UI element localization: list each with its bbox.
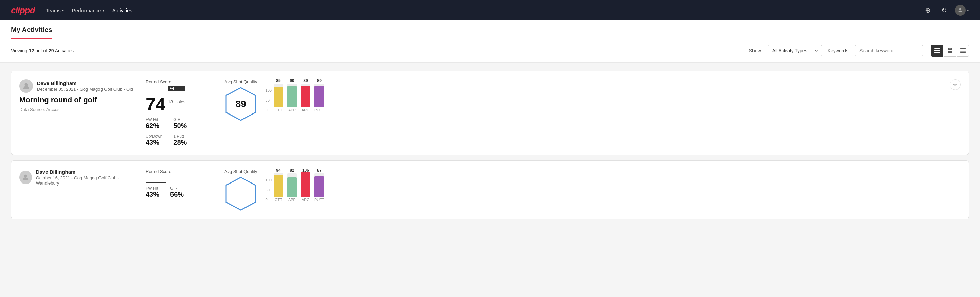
gir-value: 50%: [173, 122, 187, 130]
user-date: October 16, 2021 - Gog Magog Golf Club -…: [36, 176, 135, 185]
svg-rect-11: [960, 52, 966, 53]
user-info: Dave Billingham October 16, 2021 - Gog M…: [36, 169, 135, 185]
svg-rect-5: [950, 48, 953, 50]
keywords-label: Keywords:: [827, 48, 850, 53]
svg-point-12: [24, 83, 27, 86]
stat-pairs-col-left: FW Hit 43%: [146, 186, 159, 198]
shot-quality-section: Avg Shot Quality 100 50 0 94: [224, 169, 387, 211]
svg-rect-6: [948, 51, 950, 53]
viewing-total: 29: [49, 48, 54, 53]
sub-header: My Activities: [0, 21, 980, 39]
stat-pairs: FW Hit 43% GIR 56%: [146, 186, 213, 198]
fw-hit-value: 43%: [146, 191, 159, 198]
activity-type-select[interactable]: All Activity Types Round Practice Traini…: [768, 45, 822, 56]
user-avatar: [19, 79, 33, 93]
svg-point-0: [959, 8, 961, 10]
view-toggles: [931, 45, 969, 57]
stat-pairs: FW Hit 62% Up/Down 43% GIR 50% 1 Putt: [146, 117, 213, 147]
viewing-text: Viewing 12 out of 29 Activities: [11, 48, 744, 53]
view-grid-button[interactable]: [944, 45, 956, 57]
page-title-bar: My Activities: [11, 21, 969, 39]
bar-chart: 100 50 0 94 OTT 82: [266, 171, 387, 209]
score-big: 74: [146, 96, 165, 113]
gir-label: GIR: [170, 186, 184, 191]
nav-teams-label: Teams: [46, 8, 61, 13]
nav-teams-chevron: ▾: [62, 8, 64, 12]
nav-performance-label: Performance: [72, 8, 101, 13]
user-avatar: [19, 171, 32, 184]
gir-label: GIR: [173, 117, 187, 122]
oneputt-stat: 1 Putt 28%: [173, 134, 187, 147]
stat-pairs-col-right: GIR 56%: [170, 186, 184, 198]
sq-label: Avg Shot Quality: [224, 79, 258, 84]
oneputt-value: 28%: [173, 139, 187, 147]
edit-button[interactable]: ✏: [950, 79, 961, 90]
gir-stat: GIR 56%: [170, 186, 184, 198]
nav-activities[interactable]: Activities: [112, 8, 132, 13]
svg-rect-1: [934, 48, 940, 49]
svg-point-14: [24, 174, 27, 177]
svg-rect-7: [950, 51, 953, 53]
svg-rect-9: [960, 50, 966, 50]
score-badge: +4: [168, 86, 185, 91]
search-input[interactable]: [855, 45, 923, 56]
refresh-icon[interactable]: ↻: [939, 5, 950, 16]
gir-stat: GIR 50%: [173, 117, 187, 130]
gir-value: 56%: [170, 191, 184, 198]
view-list-button[interactable]: [931, 45, 943, 57]
logo: clippd: [11, 5, 35, 16]
main-nav: Teams ▾ Performance ▾ Activities: [46, 8, 132, 13]
show-label: Show:: [749, 48, 762, 53]
user-date: December 05, 2021 - Gog Magog Golf Club …: [37, 87, 133, 92]
holes-label: 18 Holes: [168, 99, 185, 104]
page-title: My Activities: [11, 21, 52, 39]
card-left: Dave Billingham December 05, 2021 - Gog …: [19, 79, 135, 112]
svg-marker-15: [226, 177, 255, 210]
header-left: clippd Teams ▾ Performance ▾ Activities: [11, 5, 132, 16]
user-name: Dave Billingham: [36, 169, 135, 175]
stats-section: Round Score FW Hit 43% GIR 56%: [146, 169, 213, 198]
round-score-label: Round Score: [146, 79, 213, 84]
main-content: Dave Billingham December 05, 2021 - Gog …: [0, 62, 980, 227]
avatar-button[interactable]: ▾: [955, 5, 969, 16]
stats-section: Round Score 74 +4 18 Holes FW Hit 62% Up…: [146, 79, 213, 147]
round-score-label: Round Score: [146, 169, 213, 174]
updown-label: Up/Down: [146, 134, 162, 139]
user-name: Dave Billingham: [37, 80, 133, 86]
avatar: [955, 5, 966, 16]
stat-pairs-col-left: FW Hit 62% Up/Down 43%: [146, 117, 162, 147]
user-row: Dave Billingham December 05, 2021 - Gog …: [19, 79, 135, 93]
nav-activities-label: Activities: [112, 8, 132, 13]
oneputt-label: 1 Putt: [173, 134, 187, 139]
fw-hit-stat: FW Hit 62%: [146, 117, 162, 130]
updown-stat: Up/Down 43%: [146, 134, 162, 147]
hex-number: 89: [235, 99, 246, 109]
svg-rect-8: [960, 48, 966, 49]
hexagon: [226, 177, 256, 211]
svg-rect-2: [934, 50, 940, 51]
viewing-label: Viewing: [11, 48, 27, 53]
nav-performance-chevron: ▾: [103, 8, 104, 12]
round-score-row: [146, 176, 213, 183]
add-icon[interactable]: ⊕: [922, 5, 933, 16]
activity-title: Morning round of golf: [19, 96, 135, 104]
fw-hit-stat: FW Hit 43%: [146, 186, 159, 198]
nav-teams[interactable]: Teams ▾: [46, 8, 64, 13]
activity-card: Dave Billingham December 05, 2021 - Gog …: [11, 71, 969, 155]
nav-performance[interactable]: Performance ▾: [72, 8, 104, 13]
sq-hex-area: Avg Shot Quality 89: [224, 79, 258, 121]
sq-label: Avg Shot Quality: [224, 169, 258, 174]
avatar-chevron: ▾: [967, 8, 969, 13]
hexagon: 89: [226, 87, 256, 121]
svg-rect-10: [960, 51, 966, 52]
svg-rect-4: [948, 48, 950, 50]
updown-value: 43%: [146, 139, 162, 147]
activity-card: Dave Billingham October 16, 2021 - Gog M…: [11, 160, 969, 219]
fw-hit-value: 62%: [146, 122, 162, 130]
user-row: Dave Billingham October 16, 2021 - Gog M…: [19, 169, 135, 185]
shot-quality-section: Avg Shot Quality 89 100 50 0 85: [224, 79, 387, 121]
viewing-count: 12: [29, 48, 34, 53]
view-compact-button[interactable]: [957, 45, 969, 57]
card-right: ✏: [950, 79, 961, 90]
data-source: Data Source: Arccos: [19, 107, 135, 112]
